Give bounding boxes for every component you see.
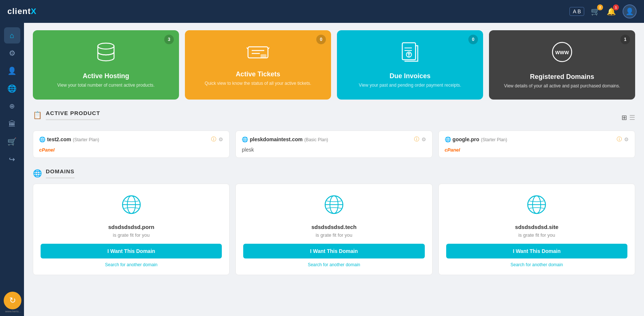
svg-point-0	[98, 43, 114, 49]
language-button[interactable]: A B	[569, 7, 584, 16]
sidebar-item-user[interactable]: 👤	[4, 63, 20, 79]
domains-badge: 1	[620, 35, 630, 44]
domain-card-2: sdsdsdsdsd.site is grate fit for you I W…	[438, 184, 635, 275]
product-card-header-0: 🌐 test2.com (Starter Plan) ⓘ ⚙	[39, 136, 223, 143]
product-card-0: 🌐 test2.com (Starter Plan) ⓘ ⚙ cPanel	[33, 131, 230, 158]
domain-fit-0: is grate fit for you	[113, 232, 150, 238]
svg-text:WWW: WWW	[555, 50, 569, 55]
product-card-header-1: 🌐 pleskdomaintest.com (Basic Plan) ⓘ ⚙	[242, 136, 426, 143]
notification-badge: 1	[613, 4, 619, 10]
grid-view-button[interactable]: ⊞	[621, 114, 627, 122]
sidebar-item-home[interactable]: ⌂	[4, 27, 20, 44]
invoice-icon	[401, 41, 419, 67]
support-icon: ⊕	[9, 102, 15, 110]
settings-icon-0[interactable]: ⚙	[218, 136, 223, 142]
active-product-title: ACTIVE PRODUCT	[46, 110, 100, 120]
settings-icon-2[interactable]: ⚙	[624, 136, 629, 142]
domains-globe-icon: 🌐	[33, 169, 42, 178]
info-icon-0[interactable]: ⓘ	[211, 136, 216, 143]
sidebar-item-globe[interactable]: 🌐	[4, 80, 20, 97]
avatar-button[interactable]: 👤	[623, 4, 637, 18]
product-card-2: 🌐 google.pro (Starter Plan) ⓘ ⚙ cPanel	[438, 131, 635, 158]
product-name-0: 🌐 test2.com (Starter Plan)	[39, 136, 99, 143]
invoices-desc: View your past and pending order payment…	[359, 82, 461, 88]
notification-button[interactable]: 🔔 1	[607, 7, 616, 16]
search-another-link-0[interactable]: Search for another domain	[105, 262, 158, 267]
sidebar-item-settings[interactable]: ⚙	[4, 45, 20, 61]
main-layout: ⌂ ⚙ 👤 🌐 ⊕ 🏛 🛒 ↪ 3	[0, 23, 644, 316]
domain-name-0: sdsdsdsdsd.porn	[108, 224, 154, 230]
hosting-badge: 3	[164, 35, 174, 44]
stat-card-active-tickets[interactable]: 0 Active Tickets Quick view to know the …	[185, 30, 331, 100]
want-domain-button-2[interactable]: I Want This Domain	[446, 244, 627, 258]
bottom-label: www.heris...	[5, 310, 21, 313]
user-icon: 👤	[7, 66, 17, 75]
want-domain-button-1[interactable]: I Want This Domain	[243, 244, 424, 258]
stat-card-due-invoices[interactable]: 0 Due Invoices View your past and pendin…	[337, 30, 483, 100]
cart-icon: 🛒	[7, 137, 17, 146]
domain-name-1: sdsdsdsdsd.tech	[311, 224, 357, 230]
product-card-header-2: 🌐 google.pro (Starter Plan) ⓘ ⚙	[445, 136, 629, 143]
search-another-link-1[interactable]: Search for another domain	[308, 262, 360, 267]
user-icon: 👤	[626, 7, 634, 15]
domain-card-0: sdsdsdsdsd.porn is grate fit for you I W…	[33, 184, 230, 275]
ticket-icon	[247, 43, 269, 65]
globe-icon-small-1: 🌐	[242, 136, 248, 142]
info-icon-2[interactable]: ⓘ	[617, 136, 622, 143]
header-right: A B 🛒 2 🔔 1 👤	[569, 4, 637, 18]
product-icons-1: ⓘ ⚙	[414, 136, 426, 143]
list-view-button[interactable]: ☰	[629, 114, 635, 122]
sidebar-item-bank[interactable]: 🏛	[4, 116, 20, 132]
domain-name-2: sdsdsdsdsd.site	[515, 224, 559, 230]
tickets-desc: Quick view to know the status of all you…	[205, 80, 311, 87]
product-grid: 🌐 test2.com (Starter Plan) ⓘ ⚙ cPanel	[33, 131, 635, 158]
search-another-link-2[interactable]: Search for another domain	[510, 262, 563, 267]
product-name-1: 🌐 pleskdomaintest.com (Basic Plan)	[242, 136, 328, 143]
bank-icon: 🏛	[8, 120, 16, 128]
active-product-section: 📋 ACTIVE PRODUCT ⊞ ☰ 🌐 test2.com	[33, 110, 635, 158]
hosting-desc: View your total number of current active…	[57, 82, 155, 88]
invoices-title: Due Invoices	[389, 72, 430, 80]
content-area: 3 Active Hosting View your total number …	[24, 23, 644, 316]
sidebar: ⌂ ⚙ 👤 🌐 ⊕ 🏛 🛒 ↪	[0, 23, 24, 316]
stat-card-registered-domains[interactable]: 1 WWW Registered Domains View details of…	[489, 30, 635, 100]
header: clientX A B 🛒 2 🔔 1 👤	[0, 0, 644, 23]
stat-card-active-hosting[interactable]: 3 Active Hosting View your total number …	[33, 30, 179, 100]
globe-icon-small: 🌐	[39, 136, 45, 142]
invoices-badge: 0	[468, 35, 478, 44]
sidebar-item-logout[interactable]: ↪	[4, 151, 20, 167]
domains-title: Registered Domains	[530, 73, 594, 81]
domains-desc: View details of your all active and past…	[504, 83, 620, 89]
domain-grid: sdsdsdsdsd.porn is grate fit for you I W…	[33, 184, 635, 275]
sidebar-item-support[interactable]: ⊕	[4, 98, 20, 114]
logout-icon: ↪	[9, 155, 15, 164]
active-product-header: 📋 ACTIVE PRODUCT	[33, 110, 100, 120]
product-icons-2: ⓘ ⚙	[617, 136, 629, 143]
cart-badge: 2	[597, 4, 603, 10]
svg-rect-4	[261, 54, 266, 58]
cart-button[interactable]: 🛒 2	[591, 7, 600, 16]
product-name-2: 🌐 google.pro (Starter Plan)	[445, 136, 507, 143]
product-panel-0: cPanel	[39, 146, 223, 153]
globe-icon-small-2: 🌐	[445, 136, 451, 142]
bottom-badge-button[interactable]: ↻	[4, 292, 21, 309]
want-domain-button-0[interactable]: I Want This Domain	[41, 244, 222, 258]
tickets-badge: 0	[316, 35, 326, 44]
refresh-icon: ↻	[9, 296, 16, 305]
info-icon-1[interactable]: ⓘ	[414, 136, 419, 143]
home-icon: ⌂	[10, 31, 14, 40]
active-product-toolbar: 📋 ACTIVE PRODUCT ⊞ ☰	[33, 110, 635, 125]
logo[interactable]: clientX	[7, 7, 37, 16]
globe-icon: 🌐	[7, 84, 17, 93]
domain-globe-icon-1	[324, 194, 344, 219]
sidebar-item-cart[interactable]: 🛒	[4, 133, 20, 150]
view-toggle: ⊞ ☰	[621, 114, 635, 122]
stat-cards: 3 Active Hosting View your total number …	[33, 30, 635, 100]
www-icon: WWW	[551, 41, 574, 68]
domain-fit-2: is grate fit for you	[518, 232, 555, 238]
domains-header: 🌐 DOMAINS	[33, 168, 635, 178]
domain-globe-icon-2	[526, 194, 547, 219]
settings-icon-1[interactable]: ⚙	[421, 136, 426, 142]
hosting-title: Active Hosting	[83, 72, 129, 80]
product-card-1: 🌐 pleskdomaintest.com (Basic Plan) ⓘ ⚙ p…	[235, 131, 432, 158]
